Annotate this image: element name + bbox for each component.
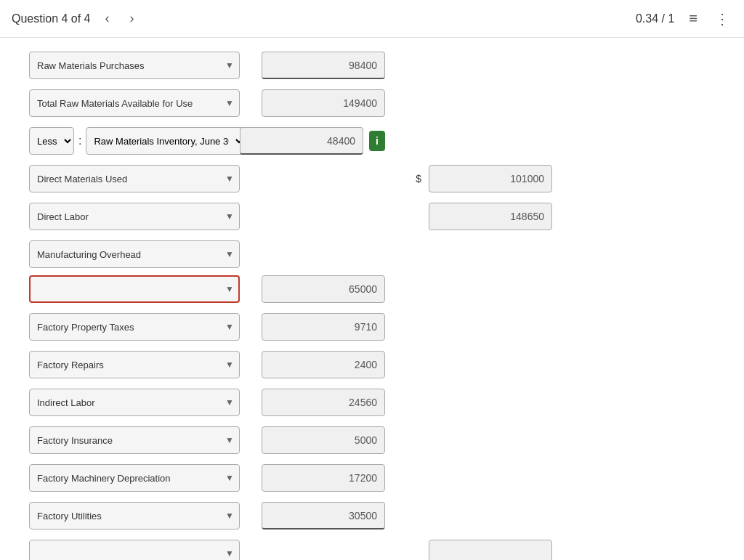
empty-error-wrapper: ▼	[29, 275, 240, 303]
factory-property-taxes-wrapper: Factory Property Taxes ▼	[29, 313, 240, 341]
col-left: ▼	[29, 275, 240, 303]
col-left: Factory Repairs ▼	[29, 351, 240, 378]
indirect-labor-select[interactable]: Indirect Labor	[29, 389, 240, 416]
header: Question 4 of 4 ‹ › 0.34 / 1 ≡ ⋮	[0, 0, 744, 38]
main-content: Raw Materials Purchases ▼ Total Raw Mate…	[0, 38, 744, 560]
row-raw-materials-purchases: Raw Materials Purchases ▼	[29, 49, 715, 81]
direct-materials-used-select[interactable]: Direct Materials Used	[29, 165, 240, 192]
header-left: Question 4 of 4 ‹ ›	[12, 8, 140, 29]
col-left: Factory Insurance ▼	[29, 426, 240, 454]
col-left: Manufacturing Overhead ▼	[29, 240, 240, 268]
col-left: Direct Labor ▼	[29, 203, 240, 230]
col-left: Factory Utilities ▼	[29, 502, 240, 529]
raw-materials-purchases-select[interactable]: Raw Materials Purchases	[29, 52, 240, 79]
row-factory-utilities: Factory Utilities ▼	[29, 500, 715, 532]
header-right: 0.34 / 1 ≡ ⋮	[636, 7, 732, 31]
row-factory-insurance: Factory Insurance ▼	[29, 424, 715, 456]
row-direct-labor: Direct Labor ▼	[29, 200, 715, 232]
col-left: Less : Raw Materials Inventory, June 30,…	[29, 127, 240, 155]
total-raw-materials-select[interactable]: Total Raw Materials Available for Use	[29, 89, 240, 117]
col-mid	[240, 89, 385, 117]
factory-machinery-depreciation-select[interactable]: Factory Machinery Depreciation	[29, 464, 240, 492]
total-raw-materials-input[interactable]	[262, 89, 385, 117]
col-mid	[240, 275, 385, 303]
factory-property-taxes-select[interactable]: Factory Property Taxes	[29, 313, 240, 341]
indirect-labor-input[interactable]	[262, 389, 385, 416]
col-left: Factory Property Taxes ▼	[29, 313, 240, 341]
row-empty-error: ▼	[29, 273, 715, 305]
question-title: Question 4 of 4	[12, 12, 91, 25]
last-select-wrapper: ▼	[29, 540, 240, 560]
raw-materials-purchases-wrapper: Raw Materials Purchases ▼	[29, 52, 240, 79]
col-mid	[240, 313, 385, 341]
empty-row-input[interactable]	[262, 275, 385, 303]
col-mid	[240, 52, 385, 79]
manufacturing-overhead-wrapper: Manufacturing Overhead ▼	[29, 240, 240, 268]
direct-materials-used-input[interactable]	[429, 165, 552, 192]
total-raw-materials-wrapper: Total Raw Materials Available for Use ▼	[29, 89, 240, 117]
col-mid	[240, 426, 385, 454]
factory-machinery-depreciation-input[interactable]	[262, 464, 385, 492]
col-mid	[240, 502, 385, 529]
col-right: $	[385, 165, 552, 192]
last-right-input[interactable]	[429, 540, 552, 560]
factory-insurance-wrapper: Factory Insurance ▼	[29, 426, 240, 454]
manufacturing-overhead-select[interactable]: Manufacturing Overhead	[29, 240, 240, 268]
col-left: Total Raw Materials Available for Use ▼	[29, 89, 240, 117]
prev-button[interactable]: ‹	[100, 8, 116, 29]
more-icon: ⋮	[715, 11, 729, 27]
list-icon: ≡	[689, 10, 698, 26]
col-left: Direct Materials Used ▼	[29, 165, 240, 192]
last-select[interactable]	[29, 540, 240, 560]
direct-labor-wrapper: Direct Labor ▼	[29, 203, 240, 230]
factory-utilities-select[interactable]: Factory Utilities	[29, 502, 240, 529]
col-mid	[240, 351, 385, 378]
list-icon-button[interactable]: ≡	[686, 7, 700, 30]
factory-insurance-input[interactable]	[262, 426, 385, 454]
empty-error-select[interactable]	[29, 275, 240, 303]
row-factory-property-taxes: Factory Property Taxes ▼	[29, 311, 715, 343]
col-left: Factory Machinery Depreciation ▼	[29, 464, 240, 492]
col-right	[385, 203, 552, 230]
less-select[interactable]: Less	[29, 127, 74, 155]
row-less: Less : Raw Materials Inventory, June 30,…	[29, 125, 715, 157]
direct-labor-input[interactable]	[429, 203, 552, 230]
col-left: Raw Materials Purchases ▼	[29, 52, 240, 79]
row-direct-materials-used: Direct Materials Used ▼ $	[29, 163, 715, 195]
raw-materials-purchases-input[interactable]	[262, 52, 385, 79]
row-manufacturing-overhead: Manufacturing Overhead ▼	[29, 238, 715, 270]
less-input[interactable]	[240, 127, 363, 155]
less-wrapper: Less : Raw Materials Inventory, June 30,…	[29, 127, 240, 155]
factory-property-taxes-input[interactable]	[262, 313, 385, 341]
col-right	[385, 540, 552, 560]
indirect-labor-wrapper: Indirect Labor ▼	[29, 389, 240, 416]
factory-utilities-input[interactable]	[262, 502, 385, 529]
col-mid	[240, 464, 385, 492]
factory-repairs-input[interactable]	[262, 351, 385, 378]
more-options-button[interactable]: ⋮	[712, 7, 732, 31]
col-mid: i	[240, 127, 385, 155]
direct-labor-select[interactable]: Direct Labor	[29, 203, 240, 230]
score-display: 0.34 / 1	[636, 12, 674, 25]
row-factory-machinery-depreciation: Factory Machinery Depreciation ▼	[29, 462, 715, 494]
less-label-select[interactable]: Raw Materials Inventory, June 30, 2022	[86, 127, 246, 155]
factory-machinery-depreciation-wrapper: Factory Machinery Depreciation ▼	[29, 464, 240, 492]
row-last-empty: ▼	[29, 537, 715, 560]
col-mid	[240, 389, 385, 416]
direct-materials-used-wrapper: Direct Materials Used ▼	[29, 165, 240, 192]
row-factory-repairs: Factory Repairs ▼	[29, 349, 715, 381]
info-button[interactable]: i	[369, 131, 385, 151]
colon-label: :	[78, 134, 81, 147]
col-left: Indirect Labor ▼	[29, 389, 240, 416]
factory-repairs-wrapper: Factory Repairs ▼	[29, 351, 240, 378]
row-indirect-labor: Indirect Labor ▼	[29, 386, 715, 418]
next-button[interactable]: ›	[124, 8, 140, 29]
row-total-raw-materials: Total Raw Materials Available for Use ▼	[29, 87, 715, 119]
factory-insurance-select[interactable]: Factory Insurance	[29, 426, 240, 454]
col-left: ▼	[29, 540, 240, 560]
dollar-sign: $	[416, 173, 421, 184]
factory-utilities-wrapper: Factory Utilities ▼	[29, 502, 240, 529]
factory-repairs-select[interactable]: Factory Repairs	[29, 351, 240, 378]
